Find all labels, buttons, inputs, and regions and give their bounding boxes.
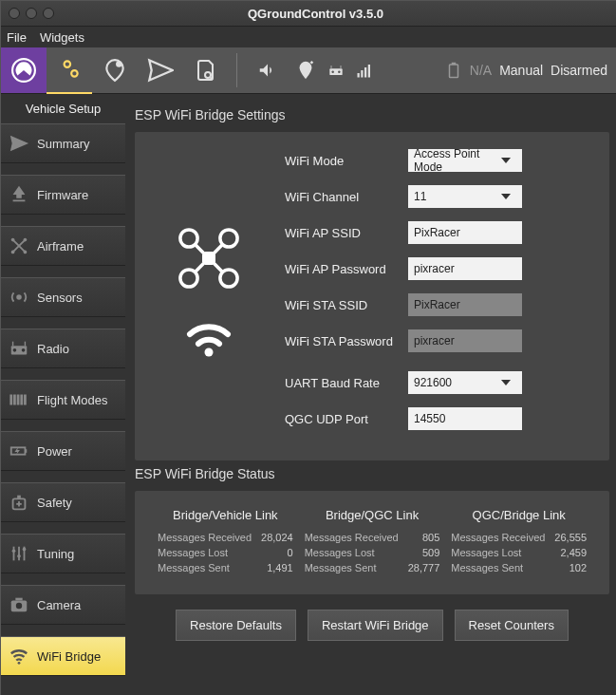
svg-point-6: [338, 70, 341, 73]
window-title: QGroundControl v3.5.0: [62, 7, 616, 21]
uart-baud-select[interactable]: 921600: [408, 371, 522, 394]
wifi-sta-password-input: [408, 329, 522, 352]
svg-rect-41: [15, 598, 22, 601]
svg-point-1: [116, 61, 121, 67]
sidebar-item-firmware[interactable]: Firmware: [1, 175, 125, 215]
svg-rect-14: [452, 63, 457, 65]
svg-point-21: [16, 294, 22, 300]
sidebar-item-label: Tuning: [37, 547, 74, 561]
toolbar-plan[interactable]: [92, 47, 138, 93]
restart-wifi-bridge-button[interactable]: Restart WiFi Bridge: [308, 610, 443, 641]
drone-icon: [176, 225, 242, 291]
toolbar-announce-icon[interactable]: [245, 47, 290, 93]
svg-line-49: [195, 264, 204, 273]
toolbar: N/A Manual Disarmed: [1, 47, 616, 94]
settings-panel: WiFi Mode Access Point Mode WiFi Channel…: [135, 132, 609, 460]
menubar: File Widgets: [1, 27, 616, 47]
minimize-window-icon[interactable]: [26, 8, 37, 19]
wifi-ap-ssid-label: WiFi AP SSID: [285, 226, 408, 240]
airframe-icon: [9, 235, 29, 256]
toolbar-separator: [236, 53, 237, 87]
svg-point-5: [331, 70, 334, 73]
sidebar-item-label: Radio: [37, 342, 69, 356]
menu-file[interactable]: File: [7, 30, 27, 45]
sidebar-item-flight-modes[interactable]: Flight Modes: [1, 380, 125, 420]
sidebar-item-power[interactable]: Power: [1, 431, 125, 471]
svg-point-37: [17, 554, 21, 558]
svg-point-52: [205, 348, 214, 357]
wifi-ap-password-label: WiFi AP Password: [285, 262, 408, 276]
status-col-title: Bridge/QGC Link: [305, 508, 440, 522]
sidebar-item-label: Summary: [37, 137, 90, 151]
titlebar: QGroundControl v3.5.0: [1, 1, 616, 27]
button-row: Restore Defaults Restart WiFi Bridge Res…: [135, 610, 609, 641]
sidebar-title: Vehicle Setup: [1, 94, 125, 123]
qgc-udp-label: QGC UDP Port: [285, 412, 408, 426]
sidebar-item-radio[interactable]: Radio: [1, 329, 125, 368]
flight-modes-icon: [9, 389, 29, 410]
sidebar-item-airframe[interactable]: Airframe: [1, 226, 125, 266]
sidebar-item-summary[interactable]: Summary: [1, 123, 125, 163]
svg-point-38: [23, 548, 27, 552]
svg-line-48: [215, 244, 224, 254]
sidebar-item-label: WiFi Bridge: [37, 649, 101, 664]
flight-mode[interactable]: Manual: [499, 63, 543, 78]
menu-widgets[interactable]: Widgets: [40, 30, 84, 45]
svg-rect-30: [17, 496, 21, 499]
wifi-icon: [9, 646, 29, 667]
svg-rect-51: [202, 252, 215, 265]
svg-point-40: [16, 603, 22, 609]
sidebar-item-label: Safety: [37, 496, 72, 510]
settings-icons: [152, 149, 266, 443]
toolbar-rc-icon[interactable]: [321, 47, 351, 93]
svg-line-50: [215, 264, 224, 273]
window-controls: [1, 8, 62, 19]
wifi-mode-select[interactable]: Access Point Mode: [408, 149, 522, 172]
status-qgc-col: Bridge/QGC Link Messages Received805 Mes…: [299, 508, 446, 577]
wifi-ap-ssid-input[interactable]: [408, 221, 522, 244]
svg-point-23: [13, 348, 17, 352]
wifi-sta-ssid-input: [408, 293, 522, 316]
toolbar-app-settings[interactable]: [1, 47, 47, 93]
qgc-udp-input[interactable]: [408, 407, 522, 430]
arm-state[interactable]: Disarmed: [551, 63, 607, 78]
restore-defaults-button[interactable]: Restore Defaults: [176, 610, 296, 641]
svg-rect-13: [449, 65, 457, 78]
wifi-ap-password-input[interactable]: [408, 257, 522, 280]
sidebar-item-wifi-bridge[interactable]: WiFi Bridge: [1, 636, 125, 676]
sensors-icon: [9, 287, 29, 308]
svg-rect-10: [361, 70, 363, 78]
sidebar-item-camera[interactable]: Camera: [1, 585, 125, 625]
wifi-channel-select[interactable]: 11: [408, 185, 522, 208]
power-icon: [9, 441, 29, 461]
toolbar-analyze[interactable]: [183, 47, 229, 93]
svg-point-24: [22, 348, 26, 352]
toolbar-gps-icon[interactable]: [290, 47, 321, 93]
svg-rect-4: [329, 68, 342, 75]
sidebar-item-safety[interactable]: Safety: [1, 482, 125, 522]
wifi-mode-label: WiFi Mode: [285, 154, 408, 168]
close-window-icon[interactable]: [9, 8, 20, 19]
sidebar-item-label: Power: [37, 444, 72, 459]
reset-counters-button[interactable]: Reset Counters: [455, 610, 569, 641]
camera-icon: [9, 594, 29, 615]
firmware-icon: [9, 184, 29, 205]
svg-point-42: [18, 662, 21, 665]
sidebar-item-sensors[interactable]: Sensors: [1, 277, 125, 317]
main-panel: ESP WiFi Bridge Settings: [125, 94, 616, 695]
radio-icon: [9, 338, 29, 359]
sidebar-item-label: Firmware: [37, 188, 88, 202]
wifi-large-icon: [185, 320, 233, 358]
sidebar-item-tuning[interactable]: Tuning: [1, 534, 125, 573]
toolbar-vehicle-setup[interactable]: [47, 47, 92, 94]
status-title: ESP WiFi Bridge Status: [135, 466, 609, 481]
maximize-window-icon[interactable]: [43, 8, 54, 19]
settings-form: WiFi Mode Access Point Mode WiFi Channel…: [285, 149, 592, 443]
app-window: QGroundControl v3.5.0 File Widgets: [0, 0, 616, 695]
toolbar-status-area: N/A Manual Disarmed: [445, 60, 616, 81]
status-col-title: QGC/Bridge Link: [451, 508, 587, 522]
svg-rect-11: [364, 67, 366, 78]
wifi-channel-label: WiFi Channel: [285, 190, 408, 204]
toolbar-signal-icon[interactable]: [351, 47, 378, 93]
toolbar-fly[interactable]: [138, 47, 183, 93]
